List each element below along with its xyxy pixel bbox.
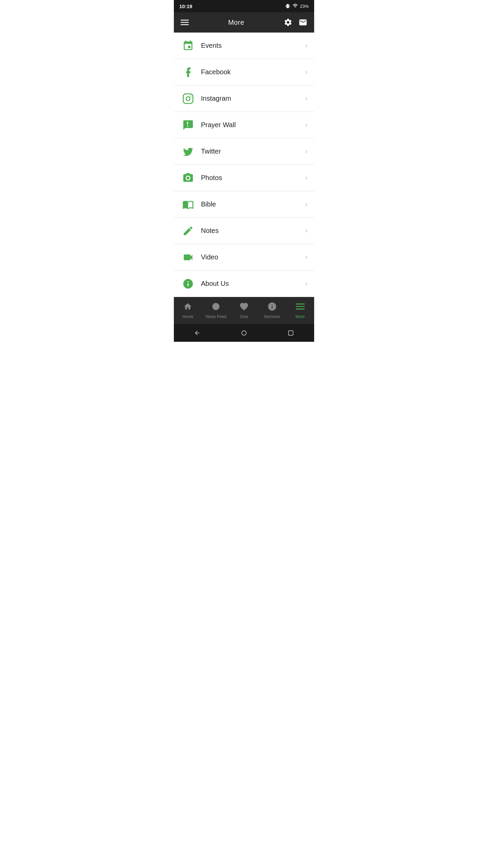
chevron-right-icon: › <box>305 95 307 102</box>
back-button[interactable] <box>191 327 203 339</box>
svg-rect-3 <box>181 20 189 21</box>
menu-item-label-twitter: Twitter <box>201 147 305 155</box>
menu-list: Events › Facebook › Instagram › Prayer W… <box>174 33 314 297</box>
sermons-nav-icon <box>268 302 277 312</box>
video-icon <box>181 250 196 265</box>
svg-rect-10 <box>296 303 305 304</box>
menu-item-label-events: Events <box>201 42 305 50</box>
chevron-right-icon: › <box>305 42 307 49</box>
facebook-icon <box>181 65 196 80</box>
svg-rect-14 <box>288 331 293 335</box>
nav-item-label-sermons: Sermons <box>264 314 280 319</box>
menu-item-photos[interactable]: Photos › <box>174 165 314 191</box>
hamburger-menu-button[interactable] <box>181 18 189 26</box>
menu-item-instagram[interactable]: Instagram › <box>174 85 314 112</box>
bottom-nav: Home News Feed Give Sermons More <box>174 297 314 324</box>
nav-item-label-more: More <box>296 314 305 319</box>
menu-item-label-about-us: About Us <box>201 280 305 288</box>
camera-icon <box>181 171 196 185</box>
android-nav-bar <box>174 324 314 342</box>
status-icons: 23% <box>285 3 309 9</box>
vibrate-icon <box>285 3 290 9</box>
home-button[interactable] <box>238 327 250 339</box>
svg-rect-4 <box>181 22 189 23</box>
menu-item-label-instagram: Instagram <box>201 95 305 102</box>
nav-item-label-news-feed: News Feed <box>206 314 226 319</box>
header-left <box>181 18 189 26</box>
calendar-icon <box>181 38 196 53</box>
menu-item-label-video: Video <box>201 253 305 261</box>
chevron-right-icon: › <box>305 68 307 76</box>
wifi-icon <box>292 3 298 9</box>
nav-item-news-feed[interactable]: News Feed <box>202 297 230 324</box>
menu-item-label-notes: Notes <box>201 227 305 235</box>
chevron-right-icon: › <box>305 148 307 155</box>
mail-button[interactable] <box>299 18 307 27</box>
bible-icon <box>181 197 196 212</box>
status-bar: 10:19 23% <box>174 0 314 12</box>
svg-rect-1 <box>286 5 286 7</box>
battery-level: 23% <box>300 4 309 9</box>
chevron-right-icon: › <box>305 201 307 208</box>
menu-item-bible[interactable]: Bible › <box>174 191 314 218</box>
nav-item-home[interactable]: Home <box>174 297 202 324</box>
prayer-icon <box>181 118 196 133</box>
menu-item-twitter[interactable]: Twitter › <box>174 138 314 165</box>
app-header: More <box>174 12 314 33</box>
menu-item-prayer-wall[interactable]: Prayer Wall › <box>174 112 314 138</box>
status-time: 10:19 <box>179 3 192 9</box>
svg-rect-5 <box>181 24 189 25</box>
chevron-right-icon: › <box>305 254 307 261</box>
nav-item-sermons[interactable]: Sermons <box>258 297 286 324</box>
nav-item-more[interactable]: More <box>286 297 314 324</box>
menu-item-notes[interactable]: Notes › <box>174 218 314 244</box>
give-nav-icon <box>240 302 248 312</box>
nav-item-label-home: Home <box>182 314 193 319</box>
chevron-right-icon: › <box>305 121 307 129</box>
menu-item-label-photos: Photos <box>201 174 305 182</box>
svg-rect-6 <box>183 94 193 103</box>
svg-point-8 <box>190 95 191 96</box>
notes-icon <box>181 223 196 238</box>
header-right <box>284 18 307 27</box>
chevron-right-icon: › <box>305 227 307 234</box>
instagram-icon <box>181 91 196 106</box>
header-title: More <box>228 19 244 26</box>
recents-button[interactable] <box>285 327 297 339</box>
menu-item-about-us[interactable]: About Us › <box>174 271 314 297</box>
menu-item-video[interactable]: Video › <box>174 244 314 271</box>
more-nav-icon <box>296 302 305 312</box>
svg-rect-2 <box>289 5 290 7</box>
menu-item-label-prayer-wall: Prayer Wall <box>201 121 305 129</box>
nav-item-give[interactable]: Give <box>230 297 258 324</box>
menu-item-label-bible: Bible <box>201 200 305 208</box>
svg-rect-12 <box>296 309 305 310</box>
news-feed-nav-icon <box>211 302 220 312</box>
nav-item-label-give: Give <box>240 314 248 319</box>
chevron-right-icon: › <box>305 280 307 287</box>
menu-item-facebook[interactable]: Facebook › <box>174 59 314 85</box>
twitter-icon <box>181 144 196 159</box>
svg-point-13 <box>242 331 246 335</box>
settings-button[interactable] <box>284 18 292 27</box>
menu-item-events[interactable]: Events › <box>174 33 314 59</box>
info-icon <box>181 276 196 291</box>
chevron-right-icon: › <box>305 174 307 181</box>
svg-rect-0 <box>287 4 289 8</box>
menu-item-label-facebook: Facebook <box>201 68 305 76</box>
svg-point-7 <box>186 97 190 100</box>
home-nav-icon <box>183 302 192 312</box>
svg-rect-11 <box>296 306 305 307</box>
